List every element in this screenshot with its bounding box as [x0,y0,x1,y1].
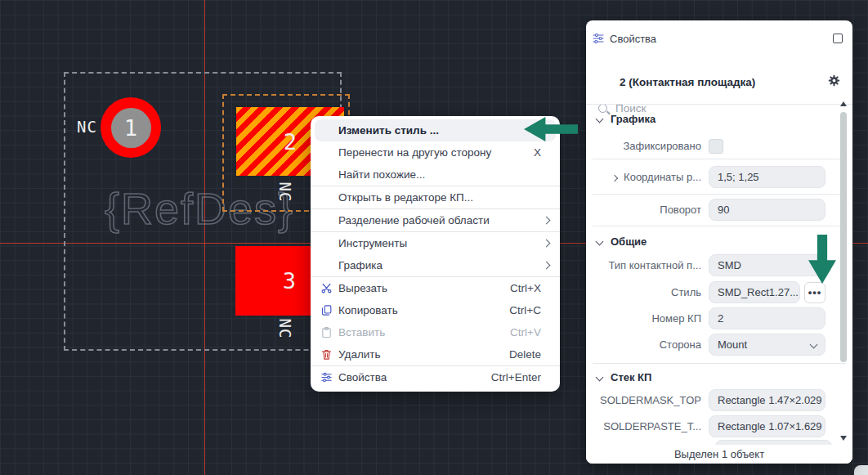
pad-3-nc-label: NC [276,319,294,339]
bottom-right-panel-corner [854,465,868,475]
menu-item-open-in-pad-editor[interactable]: Открыть в редакторе КП... [311,186,560,208]
scroll-up-icon[interactable] [840,101,847,106]
side-dropdown[interactable]: Mount [709,334,825,356]
gear-icon[interactable] [827,74,841,90]
sliders-icon [592,32,605,45]
shortcut-label: Ctrl+Enter [491,371,541,383]
chevron-down-icon [596,114,604,123]
shortcut-label: Ctrl+V [510,326,541,338]
divider [593,226,846,226]
pad-1-number: 1 [124,115,137,141]
menu-item-paste: Вставить Ctrl+V [311,321,560,343]
pad-1-nc-label: NC [77,118,97,136]
menu-item-delete[interactable]: Удалить Delete [311,343,560,365]
chevron-down-icon [596,237,604,245]
context-menu: Изменить стиль ... Перенести на другую с… [311,116,560,392]
selected-object-title: 2 (Контактная площадка) [620,76,755,88]
panel-scrollbar[interactable] [839,105,848,439]
expand-chevron-icon[interactable] [611,175,618,181]
dock-window-icon[interactable] [833,34,843,43]
panel-header: Свойства [586,29,852,48]
paste-icon [320,326,338,339]
pad-type-field[interactable]: SMD [709,254,825,276]
row-style: Стиль SMD_Rect1.27... ••• [586,281,832,303]
menu-item-tools[interactable]: Инструменты [311,232,560,254]
menu-item-change-style[interactable]: Изменить стиль ... [315,119,556,141]
divider [593,159,846,159]
style-more-button[interactable]: ••• [804,282,825,303]
menu-item-split-workspace[interactable]: Разделение рабочей области [311,209,560,231]
pad-1-hole: 1 [111,108,151,148]
panel-title: Свойства [610,33,656,45]
submenu-chevron-icon [543,240,551,248]
section-header-graphics[interactable]: Графика [597,110,655,127]
row-pad-type: Тип контактной п... SMD [586,254,832,276]
pad-3-number: 3 [283,268,296,294]
menu-icon-gutter [320,124,338,137]
scissors-icon [320,282,338,295]
row-fixed: Зафиксировано [586,135,832,157]
coordinates-field[interactable]: 1,5; 1,25 [709,166,825,188]
selection-status: Выделен 1 объект [586,445,852,464]
pad-1[interactable]: 1 [101,97,161,158]
chevron-down-icon [810,341,818,349]
sliders-icon [320,371,338,384]
soldermask-top-field[interactable]: Rectangle 1.47×2.029 [709,389,825,411]
row-rotation: Поворот 90 [586,199,832,221]
row-solderpaste-top: SOLDERPASTE_T... Rectangle 1.07×1.629 [586,415,832,437]
menu-item-copy[interactable]: Копировать Ctrl+C [311,299,560,321]
shortcut-label: Ctrl+X [510,282,541,294]
shortcut-label: Ctrl+C [509,304,541,316]
section-header-pad-stack[interactable]: Стек КП [597,369,651,385]
divider [593,194,846,195]
submenu-chevron-icon [543,262,551,270]
scroll-down-icon[interactable] [840,436,847,441]
chevron-down-icon [596,373,604,381]
shortcut-label: Delete [509,348,541,361]
pad-2-nc-label: NC [276,182,294,203]
scrollbar-thumb[interactable] [840,112,847,362]
shortcut-label: X [534,146,541,159]
row-pad-number: Номер КП 2 [586,307,832,329]
row-coordinates: Координаты р... 1,5; 1,25 [586,166,832,188]
selected-object-row: 2 (Контактная площадка) [620,72,841,92]
pad-2-number: 2 [284,129,297,155]
menu-item-find-similar[interactable]: Найти похожие... [311,164,560,186]
row-soldermask-top: SOLDERMASK_TOP Rectangle 1.47×2.029 [586,389,832,411]
divider [593,363,846,364]
menu-item-graphics[interactable]: Графика [311,254,560,276]
rotation-field[interactable]: 90 [709,199,825,221]
fixed-checkbox[interactable] [709,139,723,154]
menu-item-move-to-other-side[interactable]: Перенести на другую сторону X [311,141,560,164]
menu-item-properties[interactable]: Свойства Ctrl+Enter [311,366,560,388]
style-field[interactable]: SMD_Rect1.27... [709,281,800,303]
copy-icon [320,304,338,317]
trash-icon [320,348,338,361]
solderpaste-top-field[interactable]: Rectangle 1.07×1.629 [709,415,825,437]
menu-item-cut[interactable]: Вырезать Ctrl+X [311,277,560,299]
row-side: Сторона Mount [586,334,832,356]
divider [586,104,852,105]
section-header-general[interactable]: Общие [597,233,647,249]
pad-number-field[interactable]: 2 [709,307,825,329]
submenu-chevron-icon [543,217,551,225]
properties-panel: Свойства 2 (Контактная площадка) Графика… [586,20,852,464]
